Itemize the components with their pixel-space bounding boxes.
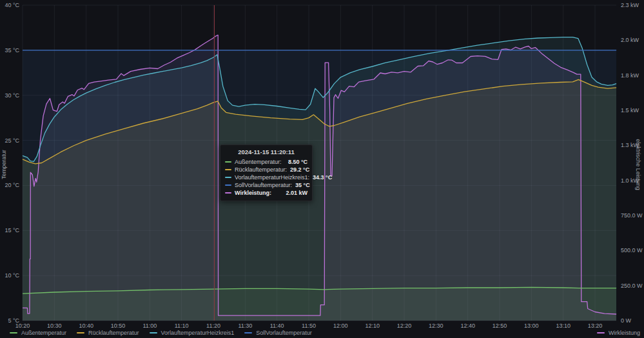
legend-item-r-cklauftemperatur[interactable]: Rücklauftemperatur	[77, 330, 139, 336]
series-color-dash-icon	[225, 184, 231, 186]
tooltip-series-label: VorlauftemperaturHeizkreis1:	[235, 174, 309, 181]
tooltip-series-value: 35 °C	[295, 181, 310, 189]
legend-item-sollvorlauftemperatur[interactable]: SollVorlauftemperatur	[244, 330, 312, 336]
x-axis-tick: 11:30	[238, 323, 252, 329]
y-right-tick: 0 W	[621, 317, 631, 324]
tooltip-row: VorlauftemperaturHeizkreis1:34.3 °C	[225, 174, 307, 181]
legend-item-au-entemperatur[interactable]: Außentemperatur	[10, 330, 66, 336]
series-color-dash-icon	[225, 192, 231, 194]
x-axis-tick: 13:20	[588, 323, 603, 329]
tooltip-series-label: Wirkleistung:	[235, 189, 282, 197]
y-left-tick: 10 °C	[0, 272, 19, 279]
y-left-tick: 35 °C	[0, 47, 19, 54]
x-axis-tick: 12:10	[365, 323, 380, 329]
y-right-tick: 750.0 W	[621, 212, 643, 219]
y-right-tick: 500.0 W	[621, 247, 643, 254]
x-axis-tick: 13:10	[556, 323, 571, 329]
series-color-dash-icon	[225, 169, 231, 170]
tooltip-timestamp: 2024-11-15 11:20:11	[225, 148, 307, 155]
y-left-tick: 40 °C	[0, 2, 19, 8]
x-axis-tick: 10:20	[15, 323, 30, 329]
tooltip-series-value: 8.50 °C	[288, 158, 307, 166]
legend-item-label: Rücklauftemperatur	[88, 330, 139, 336]
tooltip-series-value: 34.3 °C	[313, 174, 332, 181]
x-axis-tick: 13:00	[524, 323, 539, 329]
tooltip-row: SollVorlauftemperatur:35 °C	[225, 181, 307, 189]
tooltip-row: Rücklauftemperatur:29.2 °C	[225, 166, 307, 174]
y-left-tick: 30 °C	[0, 92, 19, 99]
legend-item-vorlauftemperaturheizkreis1[interactable]: VorlauftemperaturHeizkreis1	[150, 330, 235, 336]
legend-color-dash-icon	[244, 332, 252, 333]
tooltip-series-label: SollVorlauftemperatur:	[235, 181, 292, 189]
x-axis-tick: 11:00	[142, 323, 157, 329]
x-axis-tick: 12:30	[429, 323, 444, 329]
series-color-dash-icon	[225, 177, 231, 178]
x-axis-tick: 10:30	[47, 323, 62, 329]
x-axis-tick: 11:50	[302, 323, 316, 329]
legend-item-label: VorlauftemperaturHeizkreis1	[161, 330, 235, 336]
legend-color-dash-icon	[10, 332, 17, 333]
chart-plot-area[interactable]	[0, 0, 644, 338]
tooltip-rows: Außentemperatur:8.50 °CRücklauftemperatu…	[225, 158, 307, 197]
x-axis-tick: 12:00	[333, 323, 348, 329]
tooltip-series-label: Rücklauftemperatur:	[235, 166, 287, 174]
x-axis-tick: 10:40	[79, 323, 93, 329]
x-axis-tick: 11:10	[175, 323, 189, 329]
tooltip-series-value: 29.2 °C	[290, 166, 309, 174]
tooltip-series-value: 2.01 kW	[286, 189, 307, 197]
legend-item-wirkleistung[interactable]: Wirkleistung	[597, 330, 640, 336]
x-axis-tick: 12:50	[493, 323, 507, 329]
series-color-dash-icon	[225, 161, 231, 163]
y-left-tick: 15 °C	[0, 227, 19, 234]
y-right-tick: 1.5 kW	[621, 107, 639, 114]
tooltip-row: Außentemperatur:8.50 °C	[225, 158, 307, 166]
x-axis-tick: 12:20	[397, 323, 412, 329]
y-axis-right-title: elektrische Leistung	[635, 135, 641, 194]
hover-tooltip: 2024-11-15 11:20:11 Außentemperatur:8.50…	[220, 144, 313, 201]
legend-right-group: Wirkleistung	[597, 330, 640, 336]
y-right-tick: 250.0 W	[621, 283, 643, 289]
x-axis-tick: 12:40	[460, 323, 475, 329]
legend-item-label: SollVorlauftemperatur	[256, 330, 312, 336]
tooltip-row: Wirkleistung:2.01 kW	[225, 189, 307, 197]
x-axis-tick: 11:20	[206, 323, 220, 329]
legend-left-group: AußentemperaturRücklauftemperaturVorlauf…	[10, 330, 312, 336]
legend-color-dash-icon	[77, 332, 84, 333]
y-right-tick: 2.0 kW	[621, 37, 639, 43]
tooltip-series-label: Außentemperatur:	[235, 158, 285, 166]
legend-color-dash-icon	[150, 332, 157, 333]
y-right-tick: 2.3 kW	[621, 2, 639, 8]
legend-color-dash-icon	[597, 332, 605, 333]
timeseries-panel: 40 °C35 °C30 °C25 °C20 °C15 °C10 °C5 °C …	[0, 0, 644, 338]
y-axis-left-title: Temperatur	[1, 140, 7, 189]
legend-item-label: Wirkleistung	[609, 330, 640, 336]
legend-item-label: Außentemperatur	[21, 330, 66, 336]
x-axis-tick: 10:50	[111, 323, 126, 329]
x-axis-tick: 11:40	[270, 323, 284, 329]
y-right-tick: 1.8 kW	[621, 72, 639, 79]
